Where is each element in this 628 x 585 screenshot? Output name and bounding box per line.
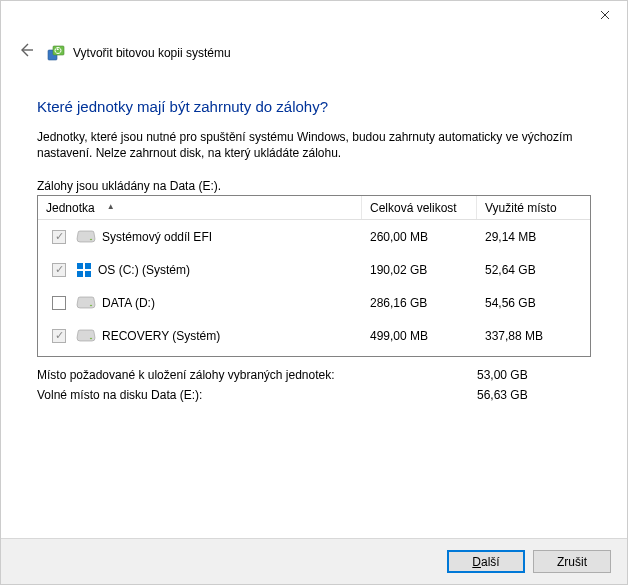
table-row[interactable]: ✓Systémový oddíl EFI260,00 MB29,14 MB — [38, 220, 590, 253]
cancel-button[interactable]: Zrušit — [533, 550, 611, 573]
page-description: Jednotky, které jsou nutné pro spuštění … — [37, 129, 591, 161]
column-used[interactable]: Využité místo — [477, 201, 590, 215]
drive-total-size: 499,00 MB — [362, 329, 477, 343]
windows-logo-icon — [76, 262, 92, 278]
drive-label: DATA (D:) — [102, 296, 155, 310]
drive-table: Jednotka ▲ Celková velikost Využité míst… — [37, 195, 591, 357]
svg-point-7 — [90, 305, 92, 307]
drive-label: RECOVERY (Systém) — [102, 329, 220, 343]
drive-used-space: 54,56 GB — [477, 296, 590, 310]
drive-icon — [76, 329, 96, 343]
drive-total-size: 286,16 GB — [362, 296, 477, 310]
back-arrow-icon[interactable] — [13, 41, 39, 64]
next-button[interactable]: Další — [447, 550, 525, 573]
required-space-value: 53,00 GB — [477, 368, 528, 382]
drive-icon — [76, 230, 96, 244]
svg-rect-3 — [77, 263, 83, 269]
wizard-header: Vytvořit bitovou kopii systému — [1, 41, 627, 74]
drive-checkbox[interactable] — [52, 296, 66, 310]
drive-icon — [76, 296, 96, 310]
drive-label: Systémový oddíl EFI — [102, 230, 212, 244]
drive-total-size: 260,00 MB — [362, 230, 477, 244]
sort-indicator-icon: ▲ — [107, 202, 115, 211]
page-heading: Které jednotky mají být zahrnuty do zálo… — [37, 98, 591, 115]
svg-rect-5 — [77, 271, 83, 277]
table-row[interactable]: DATA (D:)286,16 GB54,56 GB — [38, 286, 590, 319]
drive-checkbox: ✓ — [52, 329, 66, 343]
free-space-value: 56,63 GB — [477, 388, 528, 402]
required-space-label: Místo požadované k uložení zálohy vybran… — [37, 368, 477, 382]
svg-point-8 — [90, 338, 92, 340]
free-space-label: Volné místo na disku Data (E:): — [37, 388, 477, 402]
drive-used-space: 29,14 MB — [477, 230, 590, 244]
drive-total-size: 190,02 GB — [362, 263, 477, 277]
drive-used-space: 52,64 GB — [477, 263, 590, 277]
backup-icon — [47, 44, 65, 62]
svg-rect-6 — [85, 271, 91, 277]
dialog-footer: Další Zrušit — [1, 538, 627, 584]
drive-checkbox: ✓ — [52, 230, 66, 244]
svg-rect-4 — [85, 263, 91, 269]
drive-used-space: 337,88 MB — [477, 329, 590, 343]
backup-target-line: Zálohy jsou ukládány na Data (E:). — [37, 179, 591, 193]
close-button[interactable] — [583, 1, 627, 29]
column-size[interactable]: Celková velikost — [362, 196, 477, 219]
table-header[interactable]: Jednotka ▲ Celková velikost Využité míst… — [38, 196, 590, 220]
window-title: Vytvořit bitovou kopii systému — [73, 46, 231, 60]
table-row[interactable]: ✓OS (C:) (Systém)190,02 GB52,64 GB — [38, 253, 590, 286]
drive-label: OS (C:) (Systém) — [98, 263, 190, 277]
table-row[interactable]: ✓RECOVERY (Systém)499,00 MB337,88 MB — [38, 319, 590, 352]
svg-point-2 — [90, 239, 92, 241]
column-drive[interactable]: Jednotka — [46, 201, 95, 215]
drive-checkbox: ✓ — [52, 263, 66, 277]
